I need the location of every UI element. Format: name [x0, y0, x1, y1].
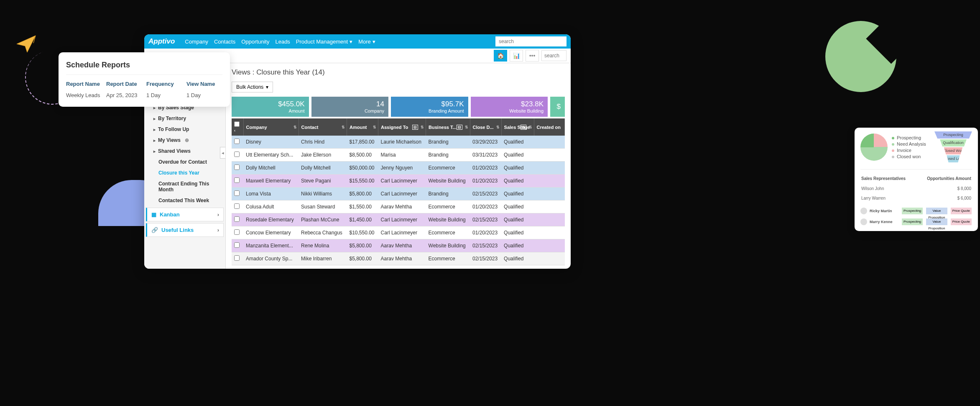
paper-plane-icon	[15, 31, 40, 57]
funnel-closed-lost: Closed Lost	[942, 155, 964, 162]
sched-hdr-name: Report Name	[66, 81, 102, 87]
table-row[interactable]: Dolly MitchellDolly Mitchell$50,000.00Je…	[232, 162, 565, 175]
row-checkbox[interactable]	[234, 177, 240, 183]
sidebar-my-views[interactable]: ▸My Views ⊕	[144, 135, 225, 146]
caret-down-icon: ▾	[373, 39, 375, 45]
stage-price-quote: Price Quote	[951, 218, 972, 225]
nav-leads[interactable]: Leads	[275, 39, 290, 45]
stage-price-quote: Price Quote	[951, 208, 972, 214]
col-close[interactable]: Close D...⇅	[470, 118, 501, 136]
row-checkbox[interactable]	[234, 255, 240, 261]
sidebar-closure[interactable]: Closure this Year	[144, 167, 225, 178]
kpi-card[interactable]: $	[550, 97, 565, 117]
bulk-actions-button[interactable]: Bulk Actions ▾	[232, 82, 273, 93]
table-row[interactable]: Loma VistaNikki Williams$5,800.00Carl La…	[232, 188, 565, 200]
filter-icon[interactable]: ⊟	[412, 125, 418, 130]
caret-right-icon: ▸	[153, 116, 156, 121]
sort-icon: ⇅	[529, 125, 532, 129]
row-checkbox[interactable]	[234, 229, 240, 235]
select-all-checkbox[interactable]	[234, 121, 240, 127]
more-button[interactable]: •••	[526, 50, 539, 62]
sidebar-overdue[interactable]: Overdue for Contact	[144, 157, 225, 167]
legend-invoice: Invoice	[897, 148, 911, 153]
kpi-card[interactable]: $23.8KWebsite Building	[471, 97, 548, 117]
kpi-card[interactable]: 14Company	[311, 97, 389, 117]
content-area: Views : Closure this Year (14) Bulk Acti…	[226, 63, 571, 269]
col-checkbox[interactable]: ‹	[232, 118, 243, 136]
row-checkbox[interactable]	[234, 164, 240, 170]
table-row[interactable]: Concow ElementaryRebecca Changus$10,550.…	[232, 226, 565, 239]
rep-amt: $ 8,000	[917, 184, 971, 193]
table-row[interactable]: Utt Elementary Sch...Jake Ellerson$8,500…	[232, 149, 565, 162]
sched-hdr-view: View Name	[186, 81, 222, 87]
stage-value-prop: Value Proposition	[926, 218, 947, 225]
col-created[interactable]: Created on	[534, 118, 565, 136]
nav-more[interactable]: More ▾	[358, 39, 375, 45]
brand-logo: Apptivo	[148, 37, 175, 46]
col-company[interactable]: Company⇅	[243, 118, 299, 136]
row-checkbox[interactable]	[234, 139, 240, 144]
caret-right-icon: ▸	[153, 149, 156, 154]
row-checkbox[interactable]	[234, 242, 240, 248]
col-assigned[interactable]: Assigned To⊟⇅	[378, 118, 426, 136]
kanban-icon: ▦	[151, 211, 156, 218]
nav-product[interactable]: Product Management ▾	[296, 39, 352, 45]
analytics-card: Prospecting Need Analysis Invoice Closed…	[855, 128, 978, 231]
row-checkbox[interactable]	[234, 152, 240, 157]
funnel-qualification: Qualification	[937, 139, 969, 146]
home-button[interactable]: 🏠	[494, 50, 507, 62]
nav-contacts[interactable]: Contacts	[214, 39, 235, 45]
sidebar-to-follow-up[interactable]: ▸To Follow Up	[144, 124, 225, 135]
sidebar-by-territory[interactable]: ▸By Territory	[144, 113, 225, 124]
rep-name: Larry Warren	[861, 194, 916, 203]
rep-th-name: Sales Representatives	[861, 174, 916, 183]
sidebar-useful-links[interactable]: 🔗Useful Links›	[146, 223, 224, 237]
kpi-card[interactable]: $95.7KBranding Amount	[391, 97, 468, 117]
sidebar-contacted[interactable]: Contacted This Week	[144, 195, 225, 206]
ellipsis-icon: •••	[529, 52, 536, 59]
rep-name: Wilson John	[861, 184, 916, 193]
kpi-card[interactable]: $455.0KAmount	[232, 97, 309, 117]
nav-company[interactable]: Company	[185, 39, 208, 45]
table-row[interactable]: Rosedale ElementaryPlashan McCune$1,450.…	[232, 213, 565, 226]
row-checkbox[interactable]	[234, 203, 240, 209]
col-stage[interactable]: Sales Stage⊟⇅	[501, 118, 534, 136]
sidebar-contract[interactable]: Contract Ending This Month	[144, 178, 225, 195]
row-checkbox[interactable]	[234, 216, 240, 222]
avatar	[860, 208, 867, 214]
filter-icon[interactable]: ⊟	[521, 125, 526, 130]
avatar	[860, 218, 867, 225]
caret-right-icon: ▸	[153, 138, 156, 143]
chart-button[interactable]: 📊	[510, 50, 523, 62]
table-row[interactable]: Colusa AdultSusan Steward$1,550.00Aarav …	[232, 200, 565, 213]
schedule-reports-card: Schedule Reports Report NameWeekly Leads…	[59, 52, 230, 107]
table-row[interactable]: Amador County Sp...Mike Iribarren$5,800.…	[232, 252, 565, 265]
col-amount[interactable]: Amount⇅	[347, 118, 378, 136]
sched-val-freq: 1 Day	[146, 92, 182, 98]
sidebar-kanban[interactable]: ▦Kanban›	[146, 208, 224, 221]
stage-prospecting: Prospecting	[902, 218, 923, 225]
home-icon: 🏠	[497, 52, 504, 59]
kpi-row: $455.0KAmount14Company$95.7KBranding Amo…	[232, 97, 565, 117]
table-row[interactable]: Maxwell ElementarySteve Pagani$15,550.00…	[232, 175, 565, 188]
subbar-search-input[interactable]	[541, 50, 567, 61]
funnel-closed-won: Closed Won	[940, 147, 966, 154]
stage-prospecting: Prospecting	[902, 208, 923, 214]
filter-icon[interactable]: ⊟	[457, 125, 462, 130]
view-title: Views : Closure this Year (14)	[232, 68, 565, 77]
table-row[interactable]: DisneyChris Hind$17,850.00Laurie Michael…	[232, 136, 565, 149]
legend-prospecting: Prospecting	[897, 135, 921, 140]
global-search-input[interactable]	[495, 36, 567, 46]
link-icon: 🔗	[151, 227, 158, 233]
table-row[interactable]: Manzanita Element...Rene Molina$5,800.00…	[232, 239, 565, 252]
sidebar-shared-views[interactable]: ▸Shared Views	[144, 146, 225, 157]
col-business[interactable]: Business T...⊟⇅	[426, 118, 470, 136]
decorative-pie	[825, 21, 896, 92]
plus-icon[interactable]: ⊕	[185, 137, 189, 143]
sidebar-collapse-handle[interactable]: ◂	[220, 147, 226, 159]
leads-table: ‹ Company⇅ Contact⇅ Amount⇅ Assigned To⊟…	[232, 118, 565, 265]
nav-opportunity[interactable]: Opportunity	[241, 39, 269, 45]
row-checkbox[interactable]	[234, 190, 240, 196]
pipeline-row: Ricky Martin Prospecting Value Propositi…	[860, 208, 972, 214]
col-contact[interactable]: Contact⇅	[299, 118, 347, 136]
